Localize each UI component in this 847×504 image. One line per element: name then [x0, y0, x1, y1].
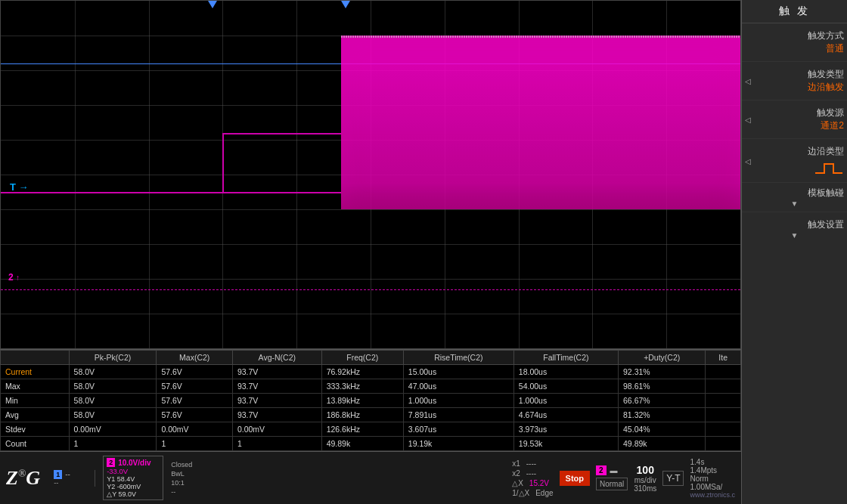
norm-sample: Norm [690, 475, 735, 483]
time-value: 100 [637, 464, 654, 476]
col-header-fall: FallTime(C2) [513, 351, 618, 365]
cell-3-5: 7.891us [403, 408, 513, 422]
cell-3-3: 93.7V [232, 408, 321, 422]
cell-1-1: 58.0V [69, 379, 157, 394]
cell-1-0: Max [1, 379, 70, 394]
template-trigger-label: 模板触碰 [745, 187, 844, 199]
edge-label: Edge [535, 489, 553, 497]
cell-3-0: Avg [1, 408, 70, 422]
col-header-freq: Freq(C2) [321, 351, 403, 365]
edge-type-item[interactable]: ◁ 边沿类型 [742, 139, 847, 183]
cell-5-1: 1 [69, 437, 157, 451]
cell-4-3: 0.00mV [232, 422, 321, 437]
cell-5-3: 1 [232, 437, 321, 451]
ch2-offset: -33.0V [107, 467, 160, 475]
delta-x-label: -- [171, 488, 192, 496]
cell-2-1: 58.0V [69, 394, 157, 408]
trigger-source-item[interactable]: ◁ 触发源 通道2 [742, 100, 847, 139]
cell-4-1: 0.00mV [69, 422, 157, 437]
stop-button[interactable]: Stop [560, 471, 590, 486]
trigger-source-value: 通道2 [821, 119, 844, 132]
grid-v-4 [296, 1, 297, 348]
col-header-duty: +Duty(C2) [619, 351, 706, 365]
t-arrow: → [19, 181, 29, 193]
cell-0-2: 57.6V [157, 365, 232, 379]
logo-icon: Z®G [6, 468, 40, 488]
probe-ratio: 10:1 [171, 479, 192, 487]
cell-3-1: 58.0V [69, 408, 157, 422]
sample-time: 1.4s [690, 458, 735, 466]
ch2-indicator-line: ▬ [610, 466, 618, 475]
pre-burst-connector [222, 133, 224, 192]
cell-4-2: 0.00mV [157, 422, 232, 437]
cell-5-2: 1 [157, 437, 232, 451]
cell-3-8 [706, 408, 741, 422]
ch2-volt-div: 10.0V/div [118, 459, 150, 467]
cell-3-2: 57.6V [157, 408, 232, 422]
cell-3-7: 81.32% [619, 408, 706, 422]
normal-badge: Normal [596, 478, 628, 490]
ch2-y1: Y1 58.4V [107, 475, 160, 483]
grid-v-1 [75, 1, 76, 348]
trigger-type-item[interactable]: ◁ 触发类型 边沿触发 [742, 62, 847, 100]
col-header-name [1, 351, 70, 365]
mode-indicator: 2 ▬ Normal [596, 465, 628, 490]
trigger-mode-item[interactable]: 触发方式 普通 [742, 23, 847, 62]
col-header-max: Max(C2) [157, 351, 232, 365]
scope-screen: T → 2 ↑ [0, 0, 741, 349]
cell-1-8 [706, 379, 741, 394]
cell-4-0: Stdev [1, 422, 70, 437]
table-row: Max58.0V57.6V93.7V333.3kHz47.00us54.00us… [1, 379, 741, 394]
cell-2-3: 93.7V [232, 394, 321, 408]
table-row: Count11149.89k19.19k19.53k49.89k [1, 437, 741, 451]
trigger-marker-1 [208, 1, 217, 8]
ch2-small-indicator: 2 [596, 465, 607, 475]
cell-1-6: 54.00us [513, 379, 618, 394]
cell-1-5: 47.00us [403, 379, 513, 394]
col-header-ite: Ite [706, 351, 741, 365]
trigger-mode-label: 触发方式 [745, 29, 844, 42]
ch2-info: 2 10.0V/div -33.0V Y1 58.4V Y2 -600mV △Y… [103, 456, 163, 500]
inv-delta-x: 1/△X [512, 489, 529, 497]
t-marker: T → [10, 181, 29, 193]
edge-type-arrow: ◁ [745, 156, 751, 165]
delta-x-num: 15.2V [529, 479, 549, 487]
trigger-settings-label: 触发设置 [745, 218, 844, 231]
cell-4-6: 3.973us [513, 422, 618, 437]
trigger-title: 触 发 [742, 0, 847, 23]
cell-5-6: 19.53k [513, 437, 618, 451]
cell-4-7: 45.04% [619, 422, 706, 437]
cell-1-2: 57.6V [157, 379, 232, 394]
sample-rate: 1.4Mpts [690, 466, 735, 475]
col-header-rise: RiseTime(C2) [403, 351, 513, 365]
status-bar: Z®G 1 -- -- 2 10.0V/div -33.0V Y1 [0, 451, 741, 504]
logo-area: Z®G [6, 468, 40, 488]
cell-0-0: Current [1, 365, 70, 379]
template-trigger-item[interactable]: 模板触碰 ▼ [742, 183, 847, 212]
rising-edge-icon [814, 161, 844, 176]
cell-3-4: 186.8kHz [321, 408, 403, 422]
time-offset: 310ms [634, 484, 656, 493]
trigger-source-label: 触发源 [745, 107, 844, 119]
x2-label: x2 [512, 469, 520, 478]
table-row: Min58.0V57.6V93.7V13.89kHz1.000us1.000us… [1, 394, 741, 408]
trigger-settings-item[interactable]: 触发设置 ▼ [742, 212, 847, 246]
delta-x-sym: △X [512, 479, 523, 487]
trigger-type-value: 边沿触发 [808, 81, 844, 94]
cell-2-0: Min [1, 394, 70, 408]
ch2-delta-y: △Y 59.0V [107, 490, 160, 498]
cell-2-5: 1.000us [403, 394, 513, 408]
time-div-display: 100 ms/div 310ms [634, 464, 656, 493]
ch2-number: 2 [8, 272, 14, 283]
measurements-table: Pk-Pk(C2) Max(C2) Avg-N(C2) Freq(C2) Ris… [0, 349, 741, 451]
grid-v-2 [149, 1, 150, 348]
ch2-y2: Y2 -600mV [107, 483, 160, 490]
trigger-mode-value: 普通 [826, 42, 844, 55]
pre-burst-step-line [222, 133, 340, 135]
ch2-marker: 2 ↑ [8, 272, 20, 283]
cell-5-7: 49.89k [619, 437, 706, 451]
ch2-baseline [1, 289, 740, 290]
trigger-source-arrow: ◁ [745, 116, 751, 124]
ch1-status: -- [65, 470, 70, 478]
status-right: x1 ---- x2 ---- △X 15.2V 1/△X Edge Stop [512, 458, 735, 499]
